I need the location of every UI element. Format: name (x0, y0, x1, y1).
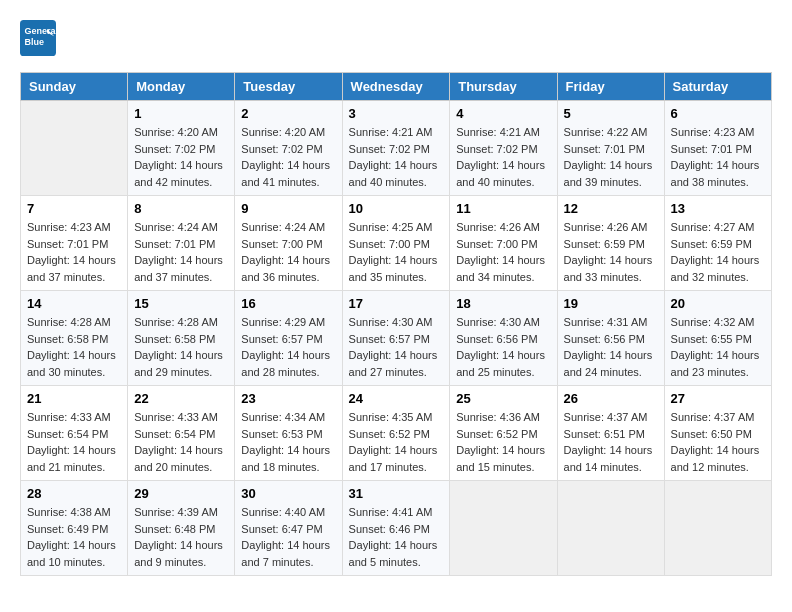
daylight: Daylight: 14 hours and 38 minutes. (671, 157, 765, 190)
sunrise: Sunrise: 4:36 AM (456, 409, 550, 426)
calendar-cell: 14 Sunrise: 4:28 AM Sunset: 6:58 PM Dayl… (21, 291, 128, 386)
sunrise: Sunrise: 4:24 AM (134, 219, 228, 236)
sunrise: Sunrise: 4:29 AM (241, 314, 335, 331)
day-number: 28 (27, 486, 121, 501)
daylight: Daylight: 14 hours and 12 minutes. (671, 442, 765, 475)
sunrise: Sunrise: 4:34 AM (241, 409, 335, 426)
sunset: Sunset: 6:48 PM (134, 521, 228, 538)
sunrise: Sunrise: 4:24 AM (241, 219, 335, 236)
sunset: Sunset: 7:02 PM (456, 141, 550, 158)
day-number: 8 (134, 201, 228, 216)
day-detail: Sunrise: 4:28 AM Sunset: 6:58 PM Dayligh… (27, 314, 121, 380)
calendar-cell: 15 Sunrise: 4:28 AM Sunset: 6:58 PM Dayl… (128, 291, 235, 386)
sunrise: Sunrise: 4:23 AM (27, 219, 121, 236)
calendar-cell: 27 Sunrise: 4:37 AM Sunset: 6:50 PM Dayl… (664, 386, 771, 481)
sunset: Sunset: 7:02 PM (134, 141, 228, 158)
daylight: Daylight: 14 hours and 39 minutes. (564, 157, 658, 190)
daylight: Daylight: 14 hours and 15 minutes. (456, 442, 550, 475)
calendar-cell: 28 Sunrise: 4:38 AM Sunset: 6:49 PM Dayl… (21, 481, 128, 576)
sunset: Sunset: 7:00 PM (456, 236, 550, 253)
sunset: Sunset: 6:54 PM (134, 426, 228, 443)
calendar-cell: 23 Sunrise: 4:34 AM Sunset: 6:53 PM Dayl… (235, 386, 342, 481)
calendar-cell: 4 Sunrise: 4:21 AM Sunset: 7:02 PM Dayli… (450, 101, 557, 196)
daylight: Daylight: 14 hours and 25 minutes. (456, 347, 550, 380)
sunset: Sunset: 6:56 PM (456, 331, 550, 348)
svg-text:Blue: Blue (25, 37, 45, 47)
sunrise: Sunrise: 4:25 AM (349, 219, 444, 236)
calendar-cell: 30 Sunrise: 4:40 AM Sunset: 6:47 PM Dayl… (235, 481, 342, 576)
daylight: Daylight: 14 hours and 40 minutes. (456, 157, 550, 190)
sunrise: Sunrise: 4:40 AM (241, 504, 335, 521)
daylight: Daylight: 14 hours and 37 minutes. (27, 252, 121, 285)
day-detail: Sunrise: 4:21 AM Sunset: 7:02 PM Dayligh… (349, 124, 444, 190)
day-detail: Sunrise: 4:31 AM Sunset: 6:56 PM Dayligh… (564, 314, 658, 380)
day-detail: Sunrise: 4:20 AM Sunset: 7:02 PM Dayligh… (134, 124, 228, 190)
daylight: Daylight: 14 hours and 36 minutes. (241, 252, 335, 285)
weekday-header: Monday (128, 73, 235, 101)
day-detail: Sunrise: 4:26 AM Sunset: 7:00 PM Dayligh… (456, 219, 550, 285)
calendar-cell: 6 Sunrise: 4:23 AM Sunset: 7:01 PM Dayli… (664, 101, 771, 196)
day-number: 10 (349, 201, 444, 216)
day-detail: Sunrise: 4:21 AM Sunset: 7:02 PM Dayligh… (456, 124, 550, 190)
sunset: Sunset: 7:00 PM (349, 236, 444, 253)
sunset: Sunset: 6:57 PM (349, 331, 444, 348)
sunrise: Sunrise: 4:39 AM (134, 504, 228, 521)
calendar-cell: 12 Sunrise: 4:26 AM Sunset: 6:59 PM Dayl… (557, 196, 664, 291)
day-number: 2 (241, 106, 335, 121)
daylight: Daylight: 14 hours and 9 minutes. (134, 537, 228, 570)
calendar-week-row: 28 Sunrise: 4:38 AM Sunset: 6:49 PM Dayl… (21, 481, 772, 576)
sunrise: Sunrise: 4:28 AM (27, 314, 121, 331)
calendar-cell (21, 101, 128, 196)
day-number: 23 (241, 391, 335, 406)
page-header: General Blue (20, 20, 772, 56)
day-number: 6 (671, 106, 765, 121)
sunset: Sunset: 7:01 PM (134, 236, 228, 253)
day-detail: Sunrise: 4:27 AM Sunset: 6:59 PM Dayligh… (671, 219, 765, 285)
day-number: 20 (671, 296, 765, 311)
day-number: 15 (134, 296, 228, 311)
sunrise: Sunrise: 4:28 AM (134, 314, 228, 331)
calendar-cell: 19 Sunrise: 4:31 AM Sunset: 6:56 PM Dayl… (557, 291, 664, 386)
daylight: Daylight: 14 hours and 30 minutes. (27, 347, 121, 380)
daylight: Daylight: 14 hours and 33 minutes. (564, 252, 658, 285)
calendar-cell (450, 481, 557, 576)
day-detail: Sunrise: 4:36 AM Sunset: 6:52 PM Dayligh… (456, 409, 550, 475)
day-number: 1 (134, 106, 228, 121)
day-number: 12 (564, 201, 658, 216)
day-detail: Sunrise: 4:39 AM Sunset: 6:48 PM Dayligh… (134, 504, 228, 570)
sunrise: Sunrise: 4:31 AM (564, 314, 658, 331)
daylight: Daylight: 14 hours and 27 minutes. (349, 347, 444, 380)
weekday-header: Friday (557, 73, 664, 101)
calendar-table: SundayMondayTuesdayWednesdayThursdayFrid… (20, 72, 772, 576)
sunset: Sunset: 6:59 PM (564, 236, 658, 253)
day-detail: Sunrise: 4:34 AM Sunset: 6:53 PM Dayligh… (241, 409, 335, 475)
calendar-week-row: 21 Sunrise: 4:33 AM Sunset: 6:54 PM Dayl… (21, 386, 772, 481)
weekday-header: Tuesday (235, 73, 342, 101)
sunset: Sunset: 7:01 PM (671, 141, 765, 158)
day-detail: Sunrise: 4:29 AM Sunset: 6:57 PM Dayligh… (241, 314, 335, 380)
daylight: Daylight: 14 hours and 17 minutes. (349, 442, 444, 475)
day-number: 19 (564, 296, 658, 311)
day-number: 16 (241, 296, 335, 311)
sunset: Sunset: 6:50 PM (671, 426, 765, 443)
day-detail: Sunrise: 4:37 AM Sunset: 6:51 PM Dayligh… (564, 409, 658, 475)
daylight: Daylight: 14 hours and 29 minutes. (134, 347, 228, 380)
calendar-cell: 7 Sunrise: 4:23 AM Sunset: 7:01 PM Dayli… (21, 196, 128, 291)
day-number: 4 (456, 106, 550, 121)
day-number: 25 (456, 391, 550, 406)
daylight: Daylight: 14 hours and 32 minutes. (671, 252, 765, 285)
sunrise: Sunrise: 4:23 AM (671, 124, 765, 141)
calendar-cell: 11 Sunrise: 4:26 AM Sunset: 7:00 PM Dayl… (450, 196, 557, 291)
sunrise: Sunrise: 4:33 AM (27, 409, 121, 426)
sunrise: Sunrise: 4:37 AM (564, 409, 658, 426)
sunset: Sunset: 6:53 PM (241, 426, 335, 443)
sunrise: Sunrise: 4:32 AM (671, 314, 765, 331)
daylight: Daylight: 14 hours and 40 minutes. (349, 157, 444, 190)
day-number: 5 (564, 106, 658, 121)
day-detail: Sunrise: 4:22 AM Sunset: 7:01 PM Dayligh… (564, 124, 658, 190)
calendar-cell: 31 Sunrise: 4:41 AM Sunset: 6:46 PM Dayl… (342, 481, 450, 576)
daylight: Daylight: 14 hours and 23 minutes. (671, 347, 765, 380)
sunrise: Sunrise: 4:33 AM (134, 409, 228, 426)
day-number: 11 (456, 201, 550, 216)
daylight: Daylight: 14 hours and 42 minutes. (134, 157, 228, 190)
